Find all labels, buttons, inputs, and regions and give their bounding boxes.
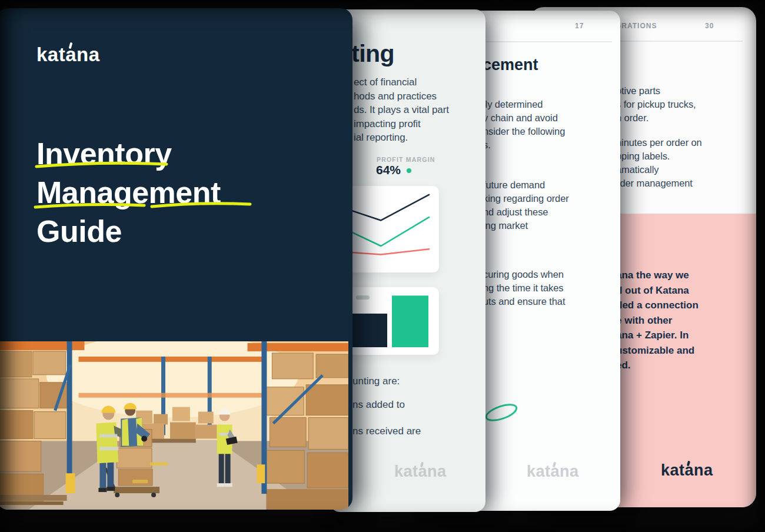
text-line: ial reporting. [354, 131, 449, 145]
text-line: ds. It plays a vital part [354, 103, 449, 117]
text-line: s. [483, 138, 565, 152]
title-line: Inventory [36, 134, 221, 173]
text-line: uts and ensure that [483, 295, 565, 308]
paragraph: curing goods when ng the time it takes u… [483, 268, 565, 308]
text-line: pping labels. [616, 149, 702, 163]
text-line: nsider the following [483, 125, 565, 138]
list-fragment: ns added to [352, 399, 405, 411]
list-fragment: ns received are [352, 425, 421, 437]
text-line: ustomizable and [616, 343, 699, 358]
katana-footer-logo: katana [394, 464, 447, 480]
green-ellipse-doodle [484, 400, 519, 426]
intro-paragraph: ect of financial hods and practices ds. … [354, 75, 449, 145]
text-line: amatically [616, 163, 702, 177]
text-line: ana + Zapier. In [616, 328, 699, 343]
text-line: curing goods when [483, 268, 565, 281]
left-rack [0, 341, 84, 505]
cover-page: katana Inventory Management Guide [0, 8, 352, 510]
text-line: nd adjust these [483, 205, 569, 219]
katana-footer-logo: katana [527, 464, 579, 480]
text-line: ded a connection [616, 298, 699, 313]
list-fragment: unting are: [352, 375, 400, 387]
profit-margin-value: 64% [376, 163, 411, 177]
legend-pill [356, 295, 370, 300]
text-line: e with other [616, 313, 699, 328]
text-line: ed. [616, 358, 699, 373]
katana-footer-logo: katana [661, 463, 713, 478]
title-line: Management [36, 173, 221, 212]
katana-logo: katana [36, 45, 100, 64]
ebook-mockup: GRATIONS 30 otive parts s for pickup tru… [0, 0, 765, 532]
warehouse-photo [0, 341, 348, 510]
text-line: d out of Katana [616, 283, 699, 298]
text-line: ing market [483, 219, 569, 232]
paragraph: ninutes per order on pping labels. amati… [616, 136, 702, 190]
text-line: ect of financial [354, 75, 449, 89]
text-line: king regarding order [483, 192, 569, 205]
stat-number: 64% [376, 163, 401, 177]
green-dot [407, 168, 411, 173]
dark-navy-bar [347, 314, 387, 347]
text-line: s for pickup trucks, [616, 98, 696, 111]
cover-title: Inventory Management Guide [36, 134, 221, 251]
section-title: ting [351, 40, 394, 68]
text-line: ninutes per order on [616, 136, 702, 149]
page-number: 30 [705, 22, 714, 30]
text-line: ana the way we [616, 268, 699, 283]
text-line: order management [611, 177, 702, 190]
text-line: h order. [616, 111, 696, 125]
paragraph: lly determined y chain and avoid nsider … [483, 98, 565, 152]
text-line: y chain and avoid [483, 111, 565, 125]
customer-quote: ana the way we d out of Katana ded a con… [616, 268, 699, 373]
green-bar [392, 295, 428, 347]
text-line: future demand [483, 178, 569, 192]
text-line: hods and practices [354, 89, 449, 104]
profit-margin-label: PROFIT MARGIN [377, 156, 435, 163]
text-line: lly determined [483, 98, 565, 111]
paragraph: otive parts s for pickup trucks, h order… [616, 84, 696, 125]
logo-text: katana [36, 44, 100, 65]
page-number: 17 [575, 22, 584, 30]
paragraph: future demand king regarding order nd ad… [483, 178, 569, 232]
running-header: GRATIONS [616, 22, 657, 30]
page-accounting: ting ect of financial hods and practices… [330, 9, 485, 512]
title-line: Guide [36, 212, 221, 251]
text-line: impacting profit [354, 117, 449, 131]
section-title: cement [483, 56, 538, 74]
text-line: ng the time it takes [483, 281, 565, 295]
text-line: otive parts [616, 84, 696, 98]
